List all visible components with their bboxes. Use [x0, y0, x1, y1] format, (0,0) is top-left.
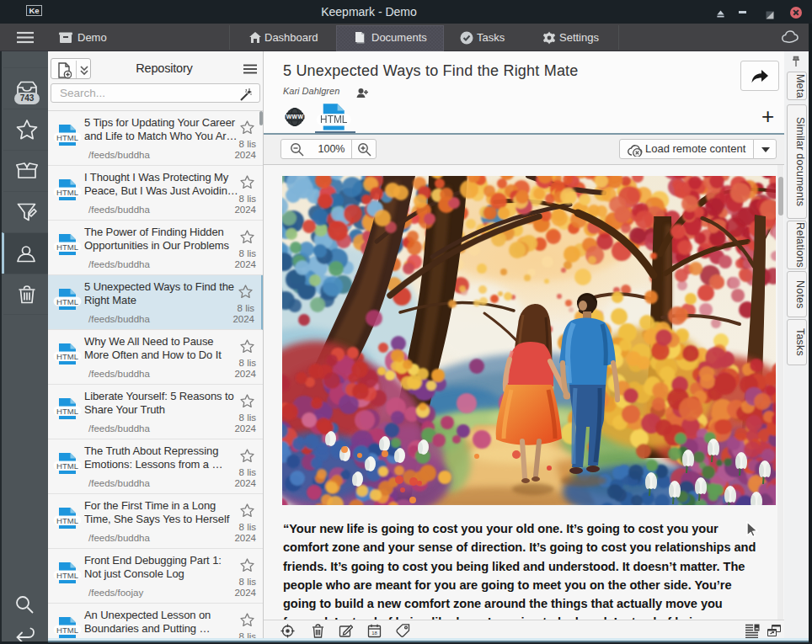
svg-text:HTML: HTML — [320, 114, 348, 125]
svg-text:HTML: HTML — [56, 242, 78, 252]
svg-text:HTML: HTML — [56, 188, 78, 197]
svg-text:HTML: HTML — [56, 133, 78, 142]
svg-text:18: 18 — [371, 631, 377, 636]
svg-text:HTML: HTML — [56, 461, 78, 471]
svg-text:HTML: HTML — [56, 352, 78, 361]
svg-text:HTML: HTML — [56, 625, 78, 635]
svg-text:HTML: HTML — [56, 407, 78, 416]
svg-text:HTML: HTML — [56, 516, 78, 525]
svg-text:WWW: WWW — [286, 114, 304, 120]
svg-text:HTML: HTML — [56, 571, 78, 580]
svg-text:HTML: HTML — [56, 297, 78, 306]
